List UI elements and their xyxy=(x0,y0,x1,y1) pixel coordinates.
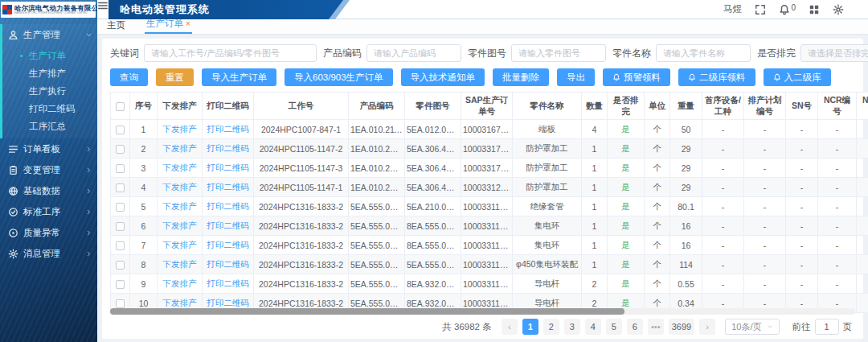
cell-sap-order-no: 10003317841 xyxy=(461,159,513,178)
sidebar-item-消息管理[interactable]: 消息管理 xyxy=(0,243,97,264)
page-button-6[interactable]: 6 xyxy=(627,319,643,335)
cell-sn: - xyxy=(786,216,818,236)
sidebar-subitem-生产排产[interactable]: 生产排产 xyxy=(2,64,97,82)
dispatch-schedule-link[interactable]: 下发排产 xyxy=(158,197,203,216)
二级库领料-button[interactable]: 二级库领料 xyxy=(678,68,755,86)
sidebar-subitem-生产订单[interactable]: 生产订单 xyxy=(2,47,97,64)
重置-button[interactable]: 重置 xyxy=(156,68,194,86)
sidebar-item-变更管理[interactable]: 变更管理 xyxy=(0,159,97,180)
chevron-down-icon xyxy=(767,323,773,330)
row-checkbox[interactable] xyxy=(116,261,125,270)
导入技术通知单-button[interactable]: 导入技术通知单 xyxy=(401,68,485,86)
notification-bell[interactable]: 0 xyxy=(779,4,796,15)
sidebar-subitem-打印二维码[interactable]: 打印二维码 xyxy=(2,100,97,117)
查询-button[interactable]: 查询 xyxy=(110,68,148,86)
dispatch-schedule-link[interactable]: 下发排产 xyxy=(158,236,203,255)
print-qrcode-link[interactable]: 打印二维码 xyxy=(203,197,254,216)
sidebar-item-订单看板[interactable]: 订单看板 xyxy=(0,138,97,159)
print-qrcode-link[interactable]: 打印二维码 xyxy=(203,216,254,236)
row-checkbox[interactable] xyxy=(116,299,125,308)
cell-ncr-no: - xyxy=(818,197,857,216)
username[interactable]: 马煜 xyxy=(723,2,742,16)
dispatch-schedule-link[interactable]: 下发排产 xyxy=(158,159,203,178)
dispatch-schedule-link[interactable]: 下发排产 xyxy=(158,120,203,139)
cell-seq: 8 xyxy=(130,255,158,274)
row-checkbox[interactable] xyxy=(116,280,125,289)
row-checkbox[interactable] xyxy=(116,145,125,154)
tab-生产订单[interactable]: 生产订单× xyxy=(145,18,192,34)
row-checkbox[interactable] xyxy=(116,164,125,173)
goto-label: 前往 xyxy=(792,321,811,333)
print-qrcode-link[interactable]: 打印二维码 xyxy=(203,255,254,274)
page-button-1[interactable]: 1 xyxy=(522,319,538,335)
page-button-3[interactable]: 3 xyxy=(564,319,580,335)
page-button-4[interactable]: 4 xyxy=(585,319,601,335)
page-button-3699[interactable]: 3699 xyxy=(669,319,694,335)
button-label: 导入技术通知单 xyxy=(411,72,476,84)
导出-button[interactable]: 导出 xyxy=(557,68,595,86)
column-header-单位: 单位 xyxy=(645,93,670,120)
collapse-sidebar-icon[interactable] xyxy=(97,0,108,11)
sidebar-subitem-生产执行[interactable]: 生产执行 xyxy=(2,82,97,100)
tab-主页[interactable]: 主页 xyxy=(105,19,127,34)
sidebar-item-生产管理[interactable]: 生产管理 xyxy=(2,24,97,45)
scrollbar-thumb[interactable] xyxy=(110,308,624,315)
filter-select-是否排完[interactable]: 请选择是否排完 xyxy=(800,44,868,62)
dispatch-schedule-link[interactable]: 下发排产 xyxy=(158,274,203,294)
row-checkbox[interactable] xyxy=(116,241,125,250)
filter-input-零件名称[interactable] xyxy=(656,44,751,62)
cell-work-no: 2024HPC1105-1147-2 xyxy=(254,139,349,159)
content: 关键词产品编码零件图号零件名称是否排完请选择是否排完 查询重置导入生产订单导入6… xyxy=(97,35,868,342)
chevron-right-icon xyxy=(85,208,92,216)
cell-product-code: 5EA.555.0312 xyxy=(349,274,405,294)
print-qrcode-link[interactable]: 打印二维码 xyxy=(203,236,254,255)
cell-unit: 个 xyxy=(645,120,670,139)
horizontal-scrollbar[interactable] xyxy=(110,308,855,315)
sidebar-group-0: 生产管理生产订单生产排产生产执行打印二维码工序汇总 xyxy=(0,24,97,138)
settings-gear-icon[interactable] xyxy=(833,4,844,15)
select-all-checkbox[interactable] xyxy=(116,102,125,111)
cell-seq: 3 xyxy=(130,159,158,178)
row-checkbox[interactable] xyxy=(116,183,125,192)
prev-page-button[interactable]: ‹ xyxy=(502,319,518,335)
row-checkbox[interactable] xyxy=(116,126,125,134)
next-page-button[interactable]: › xyxy=(699,319,715,335)
filter-input-关键词[interactable] xyxy=(144,44,317,62)
row-checkbox[interactable] xyxy=(116,203,125,212)
page-button-5[interactable]: 5 xyxy=(606,319,622,335)
column-header-数量: 数量 xyxy=(582,93,608,120)
row-checkbox[interactable] xyxy=(116,222,125,231)
导入603/903生产订单-button[interactable]: 导入603/903生产订单 xyxy=(285,68,393,86)
goto-page-input[interactable] xyxy=(815,319,839,335)
print-qrcode-link[interactable]: 打印二维码 xyxy=(203,139,254,159)
批量删除-button[interactable]: 批量删除 xyxy=(493,68,549,86)
print-qrcode-link[interactable]: 打印二维码 xyxy=(203,120,254,139)
sidebar-item-基础数据[interactable]: 基础数据 xyxy=(0,180,97,201)
column-header-重量: 重量 xyxy=(670,93,702,120)
table-row: 5下发排产打印二维码2024HPC1316-1833-25EA.555.0312… xyxy=(111,197,868,216)
page-button-2[interactable]: 2 xyxy=(543,319,559,335)
预警领料-button[interactable]: 预警领料 xyxy=(603,68,670,86)
cell-weight: 16 xyxy=(670,216,702,236)
sidebar-item-标准工序[interactable]: 标准工序 xyxy=(0,201,97,222)
filter-input-零件图号[interactable] xyxy=(511,44,606,62)
more-pages-button[interactable]: ••• xyxy=(648,319,664,335)
dispatch-schedule-link[interactable]: 下发排产 xyxy=(158,216,203,236)
print-qrcode-link[interactable]: 打印二维码 xyxy=(203,159,254,178)
sidebar-item-质量异常[interactable]: 质量异常 xyxy=(0,222,97,243)
print-qrcode-link[interactable]: 打印二维码 xyxy=(203,274,254,294)
导入生产订单-button[interactable]: 导入生产订单 xyxy=(202,68,276,86)
cell-first-device: - xyxy=(702,139,744,159)
filter-input-产品编码[interactable] xyxy=(366,44,461,62)
入二级库-button[interactable]: 入二级库 xyxy=(764,68,831,86)
tab-close-icon[interactable]: × xyxy=(186,20,190,28)
print-qrcode-link[interactable]: 打印二维码 xyxy=(203,178,254,197)
sidebar-subitem-工序汇总[interactable]: 工序汇总 xyxy=(2,117,97,135)
page-size-select[interactable]: 10条/页 xyxy=(725,319,779,335)
dispatch-schedule-link[interactable]: 下发排产 xyxy=(158,178,203,197)
fullscreen-icon[interactable] xyxy=(755,4,766,15)
apps-grid-icon[interactable] xyxy=(809,4,820,15)
dispatch-schedule-link[interactable]: 下发排产 xyxy=(158,139,203,159)
dispatch-schedule-link[interactable]: 下发排产 xyxy=(158,255,203,274)
cell-part-name: 集电环 xyxy=(513,236,582,255)
